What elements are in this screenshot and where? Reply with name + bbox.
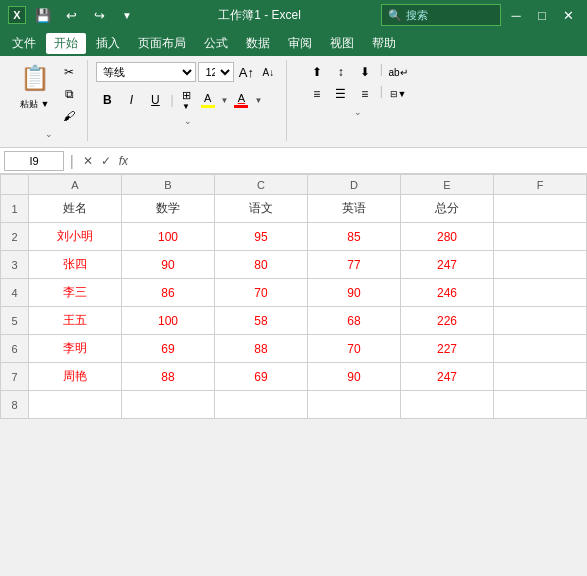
row-header-6[interactable]: 6 (1, 335, 29, 363)
format-painter-button[interactable]: 🖌 (59, 106, 79, 126)
search-box[interactable]: 🔍 搜索 (381, 4, 501, 26)
border-button[interactable]: ⊞ ▼ (178, 87, 195, 113)
cell[interactable]: 数学 (122, 195, 215, 223)
col-header-B[interactable]: B (122, 175, 215, 195)
cell[interactable]: 247 (401, 363, 494, 391)
cell[interactable]: 90 (308, 279, 401, 307)
align-top-button[interactable]: ⬆ (306, 62, 328, 82)
col-header-D[interactable]: D (308, 175, 401, 195)
paste-button[interactable]: 📋 (18, 62, 52, 94)
align-center-button[interactable]: ☰ (330, 84, 352, 104)
copy-button[interactable]: ⧉ (59, 84, 79, 104)
cell[interactable]: 90 (122, 251, 215, 279)
menu-item-文件[interactable]: 文件 (4, 33, 44, 54)
paste-dropdown[interactable]: 粘贴 ▼ (16, 96, 53, 113)
row-header-8[interactable]: 8 (1, 391, 29, 419)
cell[interactable] (494, 335, 587, 363)
formula-input[interactable] (135, 151, 583, 171)
menu-item-审阅[interactable]: 审阅 (280, 33, 320, 54)
cell[interactable] (494, 363, 587, 391)
cell[interactable]: 刘小明 (29, 223, 122, 251)
align-left-button[interactable]: ≡ (306, 84, 328, 104)
cell[interactable]: 85 (308, 223, 401, 251)
cell[interactable] (494, 391, 587, 419)
redo-button[interactable]: ↪ (88, 4, 110, 26)
underline-button[interactable]: U (144, 90, 166, 110)
row-header-2[interactable]: 2 (1, 223, 29, 251)
menu-item-公式[interactable]: 公式 (196, 33, 236, 54)
cell[interactable] (494, 251, 587, 279)
menu-item-帮助[interactable]: 帮助 (364, 33, 404, 54)
col-header-F[interactable]: F (494, 175, 587, 195)
cell[interactable]: 226 (401, 307, 494, 335)
align-right-button[interactable]: ≡ (354, 84, 376, 104)
cell[interactable]: 58 (215, 307, 308, 335)
increase-font-button[interactable]: A↑ (236, 62, 256, 82)
cell[interactable]: 90 (308, 363, 401, 391)
cell[interactable] (494, 307, 587, 335)
cell[interactable]: 68 (308, 307, 401, 335)
minimize-button[interactable]: ─ (505, 4, 527, 26)
font-name-select[interactable]: 等线 (96, 62, 196, 82)
cell[interactable]: 227 (401, 335, 494, 363)
cell[interactable] (494, 195, 587, 223)
undo-button[interactable]: ↩ (60, 4, 82, 26)
cell[interactable]: 70 (308, 335, 401, 363)
menu-item-视图[interactable]: 视图 (322, 33, 362, 54)
col-header-A[interactable]: A (29, 175, 122, 195)
cell[interactable]: 69 (215, 363, 308, 391)
cell[interactable]: 246 (401, 279, 494, 307)
fx-icon[interactable]: fx (116, 154, 131, 168)
col-header-E[interactable]: E (401, 175, 494, 195)
cell[interactable]: 张四 (29, 251, 122, 279)
font-size-select[interactable]: 12 (198, 62, 234, 82)
cell[interactable]: 总分 (401, 195, 494, 223)
cell[interactable]: 100 (122, 307, 215, 335)
font-color-button[interactable]: A (230, 90, 252, 110)
cell[interactable]: 王五 (29, 307, 122, 335)
cell[interactable] (401, 391, 494, 419)
cell[interactable]: 李明 (29, 335, 122, 363)
cell[interactable] (215, 391, 308, 419)
close-button[interactable]: ✕ (557, 4, 579, 26)
cell[interactable]: 李三 (29, 279, 122, 307)
cell[interactable] (494, 223, 587, 251)
row-header-1[interactable]: 1 (1, 195, 29, 223)
cell[interactable]: 88 (122, 363, 215, 391)
save-button[interactable]: 💾 (32, 4, 54, 26)
maximize-button[interactable]: □ (531, 4, 553, 26)
menu-item-数据[interactable]: 数据 (238, 33, 278, 54)
italic-button[interactable]: I (120, 90, 142, 110)
wrap-text-button[interactable]: ab↵ (387, 62, 409, 82)
row-header-4[interactable]: 4 (1, 279, 29, 307)
cell[interactable]: 88 (215, 335, 308, 363)
cell-reference-input[interactable] (4, 151, 64, 171)
cell[interactable]: 86 (122, 279, 215, 307)
cut-button[interactable]: ✂ (59, 62, 79, 82)
cell[interactable]: 280 (401, 223, 494, 251)
bold-button[interactable]: B (96, 90, 118, 110)
cell[interactable]: 247 (401, 251, 494, 279)
align-bottom-button[interactable]: ⬇ (354, 62, 376, 82)
cell[interactable] (122, 391, 215, 419)
menu-item-开始[interactable]: 开始 (46, 33, 86, 54)
cell[interactable]: 语文 (215, 195, 308, 223)
merge-button[interactable]: ⊟▼ (387, 84, 409, 104)
cell[interactable]: 周艳 (29, 363, 122, 391)
menu-item-插入[interactable]: 插入 (88, 33, 128, 54)
cell[interactable]: 70 (215, 279, 308, 307)
font-color-dropdown[interactable]: ▼ (254, 96, 262, 105)
cell[interactable] (29, 391, 122, 419)
cell[interactable]: 69 (122, 335, 215, 363)
decrease-font-button[interactable]: A↓ (258, 62, 278, 82)
confirm-icon[interactable]: ✓ (98, 154, 114, 168)
cell[interactable] (308, 391, 401, 419)
row-header-3[interactable]: 3 (1, 251, 29, 279)
row-header-7[interactable]: 7 (1, 363, 29, 391)
cell[interactable]: 95 (215, 223, 308, 251)
fill-color-button[interactable]: A (197, 90, 219, 110)
col-header-C[interactable]: C (215, 175, 308, 195)
cell[interactable]: 英语 (308, 195, 401, 223)
toolbar-more-button[interactable]: ▼ (116, 4, 138, 26)
cancel-icon[interactable]: ✕ (80, 154, 96, 168)
